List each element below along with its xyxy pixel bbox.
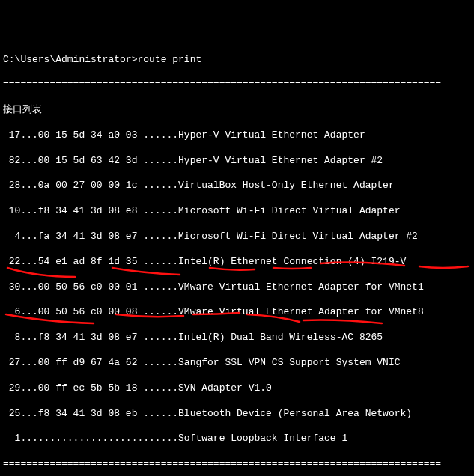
prompt-line: C:\Users\Administrator>route print	[3, 54, 471, 67]
interface-row: 4...fa 34 41 3d 08 e7 ......Microsoft Wi…	[3, 231, 471, 243]
interface-row: 17...00 15 5d 34 a0 03 ......Hyper-V Vir…	[3, 129, 471, 142]
interface-row: 6...00 50 56 c0 00 08 ......VMware Virtu…	[3, 306, 471, 319]
interface-list-header: 接口列表	[3, 104, 471, 117]
divider: ========================================…	[3, 79, 471, 91]
interface-row: 10...f8 34 41 3d 08 e8 ......Microsoft W…	[3, 205, 471, 218]
interface-row: 28...0a 00 27 00 00 1c ......VirtualBox …	[3, 180, 471, 192]
interface-row: 27...00 ff d9 67 4a 62 ......Sangfor SSL…	[3, 357, 471, 370]
interface-row: 29...00 ff ec 5b 5b 18 ......SVN Adapter…	[3, 382, 471, 395]
interface-row: 82...00 15 5d 63 42 3d ......Hyper-V Vir…	[3, 155, 471, 168]
interface-row: 8...f8 34 41 3d 08 e7 ......Intel(R) Dua…	[3, 332, 471, 344]
interface-row: 30...00 50 56 c0 00 01 ......VMware Virt…	[3, 281, 471, 294]
interface-row: 1...........................Software Loo…	[3, 433, 471, 445]
interface-row: 25...f8 34 41 3d 08 eb ......Bluetooth D…	[3, 408, 471, 421]
interface-row: 22...54 e1 ad 8f 1d 35 ......Intel(R) Et…	[3, 256, 471, 269]
divider: ========================================…	[3, 458, 471, 471]
